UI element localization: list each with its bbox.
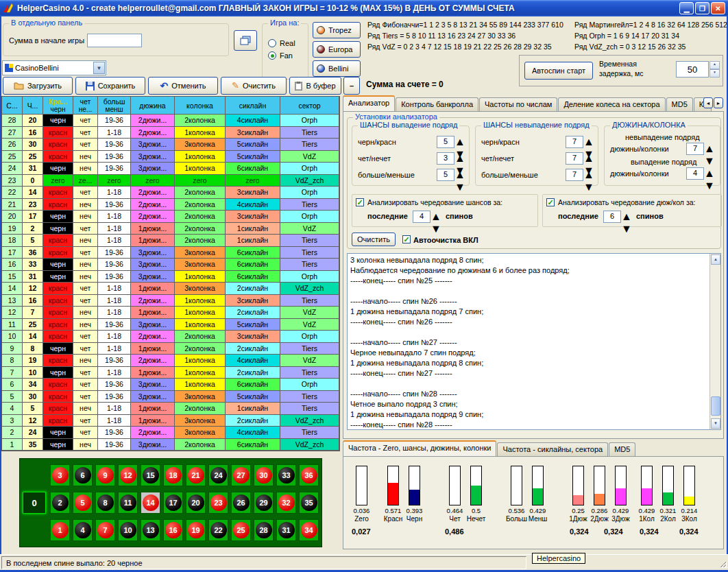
board-cell-15[interactable]: 15 xyxy=(141,464,160,486)
radio-real[interactable] xyxy=(268,39,276,47)
undo-button[interactable]: ↶ Отменить xyxy=(148,77,218,95)
board-cell-29[interactable]: 29 xyxy=(254,492,274,514)
radio-fan[interactable] xyxy=(268,51,276,60)
chances-noappear-spinner[interactable]: 7▲▼ xyxy=(566,169,594,181)
chances-noappear-spinner[interactable]: 7▲▼ xyxy=(566,152,594,165)
analyzer-clear-button[interactable]: Очистить xyxy=(352,233,396,246)
chances-appear-spinner[interactable]: 3▲▼ xyxy=(437,152,465,165)
alternation-dozen-checkbox[interactable]: ✓ xyxy=(546,198,555,206)
collapse-button[interactable]: – xyxy=(343,77,360,95)
delay-spinner[interactable]: ▲▼ xyxy=(709,61,720,78)
spinner-arrows[interactable]: ▲▼ xyxy=(454,169,465,181)
combo-dropdown-button[interactable]: ▼ xyxy=(93,62,105,74)
board-cell-14[interactable]: 14 xyxy=(141,492,160,514)
analyzer-tab-3[interactable]: Деление колеса на сектора xyxy=(558,97,665,111)
frequency-tab-0[interactable]: Частота - Zero, шансы, дюжины, колонки xyxy=(343,440,496,456)
board-cell-13[interactable]: 13 xyxy=(141,519,160,541)
delay-input[interactable] xyxy=(676,61,709,78)
board-cell-22[interactable]: 22 xyxy=(208,519,228,541)
board-cell-5[interactable]: 5 xyxy=(73,492,93,514)
analyzer-log[interactable]: 3 колонка невыпадала подряд 8 спин; Набл… xyxy=(347,253,721,430)
casino-button-bellini[interactable]: Bellini xyxy=(313,60,361,77)
board-cell-11[interactable]: 11 xyxy=(118,492,138,514)
game-radio-option[interactable]: Fan xyxy=(268,51,306,60)
log-scrollbar[interactable]: ▲ ▼ xyxy=(709,254,720,429)
start-sum-input[interactable] xyxy=(87,34,142,47)
frequency-tab-2[interactable]: MD5 xyxy=(609,442,635,456)
maximize-button[interactable]: ❐ xyxy=(695,2,709,14)
spinner-arrows[interactable]: ▲▼ xyxy=(454,136,465,148)
analyzer-tab-4[interactable]: MD5 xyxy=(666,97,693,111)
board-cell-1[interactable]: 1 xyxy=(50,519,70,541)
board-cell-7[interactable]: 7 xyxy=(95,519,115,541)
board-cell-36[interactable]: 36 xyxy=(299,464,319,486)
minimize-button[interactable]: ▁ xyxy=(679,2,694,14)
detach-button[interactable] xyxy=(234,30,257,51)
alternation-chances-checkbox[interactable]: ✓ xyxy=(356,198,364,206)
board-cell-23[interactable]: 23 xyxy=(208,492,228,514)
tab-scroll-right-button[interactable]: ► xyxy=(714,97,723,108)
scroll-up-button[interactable]: ▲ xyxy=(711,254,720,265)
spinner-arrows[interactable]: ▲▼ xyxy=(454,152,465,165)
scroll-thumb[interactable] xyxy=(711,396,720,416)
autoclear-checkbox[interactable]: ✓ xyxy=(402,235,411,243)
analyzer-tab-0[interactable]: Анализатор xyxy=(343,95,395,111)
board-cell-28[interactable]: 28 xyxy=(254,519,274,541)
last-spins-spinner-1[interactable]: 4▲▼ xyxy=(413,211,441,223)
board-cell-12[interactable]: 12 xyxy=(118,464,138,486)
scroll-down-button[interactable]: ▼ xyxy=(711,418,720,429)
status-bar: В последнем спине выпало: 20 черное xyxy=(0,554,728,570)
chances-noappear-label: больше/меньше xyxy=(481,171,538,179)
board-cell-4[interactable]: 4 xyxy=(73,519,93,541)
board-cell-16[interactable]: 16 xyxy=(163,519,183,541)
autospin-start-button[interactable]: Автоспин старт xyxy=(524,62,593,80)
board-cell-34[interactable]: 34 xyxy=(299,519,319,541)
casino-button-tropez[interactable]: Tropez xyxy=(313,22,361,38)
board-cell-6[interactable]: 6 xyxy=(73,464,93,486)
dozen-appear-spinner[interactable]: 4▲▼ xyxy=(686,167,714,180)
board-cell-10[interactable]: 10 xyxy=(118,519,138,541)
board-cell-26[interactable]: 26 xyxy=(231,492,251,514)
spinner-arrows[interactable]: ▲▼ xyxy=(583,136,594,148)
board-cell-35[interactable]: 35 xyxy=(299,492,319,514)
dozen-noappear-spinner[interactable]: 7▲▼ xyxy=(686,143,714,155)
casino-combobox[interactable]: CasinoBellini ▼ xyxy=(2,60,106,75)
game-radio-option[interactable]: Real xyxy=(268,39,306,47)
save-button[interactable]: Сохранить xyxy=(75,77,145,95)
casino-button-europa[interactable]: Europa xyxy=(313,41,361,58)
board-cell-30[interactable]: 30 xyxy=(254,464,274,486)
board-cell-25[interactable]: 25 xyxy=(231,519,251,541)
analyzer-tab-1[interactable]: Контроль банкролла xyxy=(396,97,478,111)
board-cell-3[interactable]: 3 xyxy=(50,464,70,486)
board-cell-33[interactable]: 33 xyxy=(276,464,296,486)
spinner-arrows[interactable]: ▲▼ xyxy=(583,152,594,165)
board-cell-27[interactable]: 27 xyxy=(231,464,251,486)
board-cell-21[interactable]: 21 xyxy=(186,464,206,486)
board-cell-2[interactable]: 2 xyxy=(50,492,70,514)
board-cell-18[interactable]: 18 xyxy=(163,464,183,486)
appear-label: выпадение подряд xyxy=(631,158,696,166)
board-cell-24[interactable]: 24 xyxy=(208,464,228,486)
table-cell: 3колонка xyxy=(175,259,226,271)
board-cell-31[interactable]: 31 xyxy=(276,519,296,541)
board-cell-9[interactable]: 9 xyxy=(95,464,115,486)
resize-grip[interactable] xyxy=(718,559,727,568)
close-button[interactable]: ✕ xyxy=(711,2,725,14)
tab-scroll-left-button[interactable]: ◄ xyxy=(703,97,713,108)
board-cell-19[interactable]: 19 xyxy=(186,519,206,541)
chances-appear-spinner[interactable]: 5▲▼ xyxy=(437,136,465,148)
board-cell-20[interactable]: 20 xyxy=(186,492,206,514)
to-buffer-button[interactable]: В буфер xyxy=(289,77,341,95)
spinner-arrows[interactable]: ▲▼ xyxy=(583,169,594,181)
board-cell-17[interactable]: 17 xyxy=(163,492,183,514)
clear-button[interactable]: ✎ Очистить xyxy=(221,77,287,95)
analyzer-tab-2[interactable]: Частоты по числам xyxy=(479,97,557,111)
board-cell-8[interactable]: 8 xyxy=(95,492,115,514)
board-cell-zero[interactable]: 0 xyxy=(23,492,46,514)
frequency-tab-1[interactable]: Частота - сиклайны, сектора xyxy=(497,442,608,456)
chances-appear-spinner[interactable]: 5▲▼ xyxy=(437,169,465,181)
board-cell-32[interactable]: 32 xyxy=(276,492,296,514)
load-button[interactable]: Загрузить xyxy=(3,77,73,95)
last-spins-spinner-2[interactable]: 6▲▼ xyxy=(603,211,631,223)
chances-noappear-spinner[interactable]: 7▲▼ xyxy=(566,136,594,148)
